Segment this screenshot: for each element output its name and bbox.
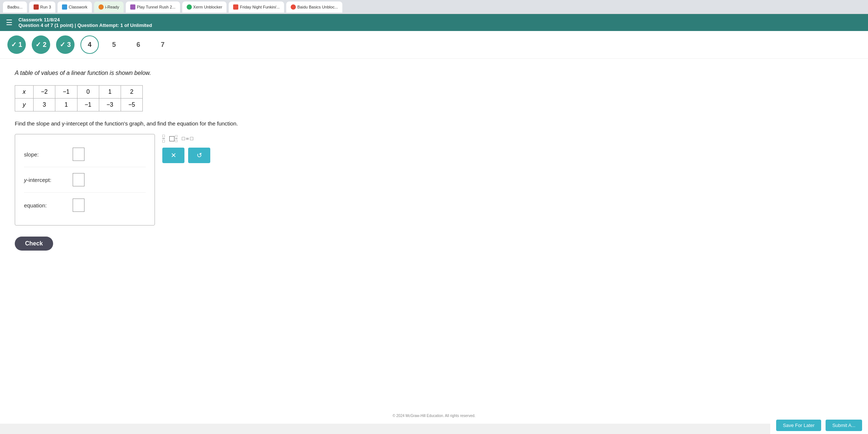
tab-tunnel-rush[interactable]: Play Tunnel Rush 2... xyxy=(126,1,180,13)
x-val-3: 0 xyxy=(77,86,99,99)
question-bubble-6[interactable]: 6 xyxy=(129,35,148,54)
tab-classwork-label: Classwork xyxy=(69,5,87,9)
browser-tab-bar: Badbu... Run 3 Classwork i-Ready Play Tu… xyxy=(0,0,868,14)
bubble-2-label: ✓ 2 xyxy=(35,41,46,49)
tab-tunnel-rush-label: Play Tunnel Rush 2... xyxy=(137,5,176,9)
equals-box-button[interactable]: □＝□ xyxy=(182,135,193,142)
value-table: x −2 −1 0 1 2 y 3 1 −1 −3 −5 xyxy=(15,85,143,111)
question-bubble-1[interactable]: ✓ 1 xyxy=(7,35,26,54)
question-bubble-2[interactable]: ✓ 2 xyxy=(32,35,50,54)
bubble-6-label: 6 xyxy=(136,41,140,49)
slope-row: slope: xyxy=(24,142,146,167)
tab-run3[interactable]: Run 3 xyxy=(29,1,55,13)
question-text: A table of values of a linear function i… xyxy=(15,70,317,76)
table-row-x: x −2 −1 0 1 2 xyxy=(15,86,143,99)
bottom-bar: Save For Later Submit A... xyxy=(770,417,868,434)
y-intercept-row: y-intercept: xyxy=(24,167,146,193)
question-bubble-5[interactable]: 5 xyxy=(105,35,123,54)
tab-baidu-label: Baidu Basics Unbloc... xyxy=(297,5,338,9)
bubble-3-label: ✓ 3 xyxy=(60,41,71,49)
mixed-fraction-icon: □ □ xyxy=(169,134,177,143)
tab-iready[interactable]: i-Ready xyxy=(94,1,124,13)
action-buttons: ✕ ↺ xyxy=(162,148,210,163)
x-val-5: 2 xyxy=(121,86,143,99)
equation-label: equation: xyxy=(24,202,68,209)
question-info: Question 4 of 7 (1 point) | Question Att… xyxy=(18,23,152,28)
tab-xerm[interactable]: Xerm Unblocker xyxy=(182,1,227,13)
y-label: y xyxy=(15,99,34,111)
question-navigation: ✓ 1 ✓ 2 ✓ 3 4 5 6 7 xyxy=(0,31,868,59)
content-area: A table of values of a linear function i… xyxy=(0,59,332,262)
xerm-icon xyxy=(187,4,192,10)
slope-label: slope: xyxy=(24,151,68,158)
undo-icon: ↺ xyxy=(197,151,202,159)
question-bubble-4[interactable]: 4 xyxy=(80,35,99,54)
bubble-7-label: 7 xyxy=(161,41,165,49)
equation-input[interactable] xyxy=(73,199,84,212)
x-val-2: −1 xyxy=(55,86,77,99)
undo-button[interactable]: ↺ xyxy=(188,148,210,163)
y-val-5: −5 xyxy=(121,99,143,111)
classwork-icon xyxy=(62,4,67,10)
menu-icon[interactable]: ☰ xyxy=(6,18,13,27)
x-val-1: −2 xyxy=(34,86,55,99)
header-bar: ☰ Classwork 11/8/24 Question 4 of 7 (1 p… xyxy=(0,14,868,31)
tab-xerm-label: Xerm Unblocker xyxy=(193,5,222,9)
y-val-2: 1 xyxy=(55,99,77,111)
question-bubble-3[interactable]: ✓ 3 xyxy=(56,35,75,54)
clear-button[interactable]: ✕ xyxy=(162,148,184,163)
tunnel-rush-icon xyxy=(130,4,135,10)
y-intercept-input[interactable] xyxy=(73,173,84,186)
copyright-text: © 2024 McGraw-Hill Education. All rights… xyxy=(0,412,868,419)
y-val-4: −3 xyxy=(99,99,121,111)
equation-row: equation: xyxy=(24,193,146,218)
fraction-buttons: □ □ □ □ xyxy=(162,134,210,143)
find-text: Find the slope and y-intercept of the fu… xyxy=(15,120,317,127)
tab-badbu-label: Badbu... xyxy=(7,5,23,9)
submit-button[interactable]: Submit A... xyxy=(826,420,862,431)
tab-fnf-label: Friday Night Funkin/... xyxy=(240,5,280,9)
tab-iready-label: i-Ready xyxy=(105,5,119,9)
save-for-later-button[interactable]: Save For Later xyxy=(776,420,821,431)
tab-fnf[interactable]: Friday Night Funkin/... xyxy=(229,1,284,13)
iready-icon xyxy=(98,4,104,10)
math-toolbar: □ □ □ □ xyxy=(162,134,210,163)
equals-box-icon: □＝□ xyxy=(182,135,193,142)
table-row-y: y 3 1 −1 −3 −5 xyxy=(15,99,143,111)
header-info: Classwork 11/8/24 Question 4 of 7 (1 poi… xyxy=(18,17,152,28)
classwork-date: Classwork 11/8/24 xyxy=(18,17,152,23)
fnf-icon xyxy=(233,4,238,10)
tab-run3-label: Run 3 xyxy=(40,5,51,9)
tab-classwork[interactable]: Classwork xyxy=(58,1,92,13)
fraction-button[interactable]: □ □ xyxy=(162,134,165,143)
x-label: x xyxy=(15,86,34,99)
check-button[interactable]: Check xyxy=(15,237,53,251)
bubble-4-label: 4 xyxy=(88,41,91,49)
x-icon: ✕ xyxy=(171,151,176,159)
tab-badbu[interactable]: Badbu... xyxy=(3,1,27,13)
y-val-3: −1 xyxy=(77,99,99,111)
answer-section: slope: y-intercept: equation: xyxy=(15,134,317,225)
baidu-icon xyxy=(291,4,296,10)
y-val-1: 3 xyxy=(34,99,55,111)
x-val-4: 1 xyxy=(99,86,121,99)
answer-input-container: slope: y-intercept: equation: xyxy=(15,134,155,225)
mixed-fraction-button[interactable]: □ □ xyxy=(169,134,177,143)
question-bubble-7[interactable]: 7 xyxy=(153,35,172,54)
slope-input[interactable] xyxy=(73,148,84,161)
tab-baidu[interactable]: Baidu Basics Unbloc... xyxy=(286,1,342,13)
run3-icon xyxy=(34,4,39,10)
page-container: ☰ Classwork 11/8/24 Question 4 of 7 (1 p… xyxy=(0,14,868,424)
y-intercept-label: y-intercept: xyxy=(24,177,68,183)
bubble-1-label: ✓ 1 xyxy=(11,41,22,49)
bubble-5-label: 5 xyxy=(112,41,116,49)
fraction-icon: □ □ xyxy=(162,134,165,143)
